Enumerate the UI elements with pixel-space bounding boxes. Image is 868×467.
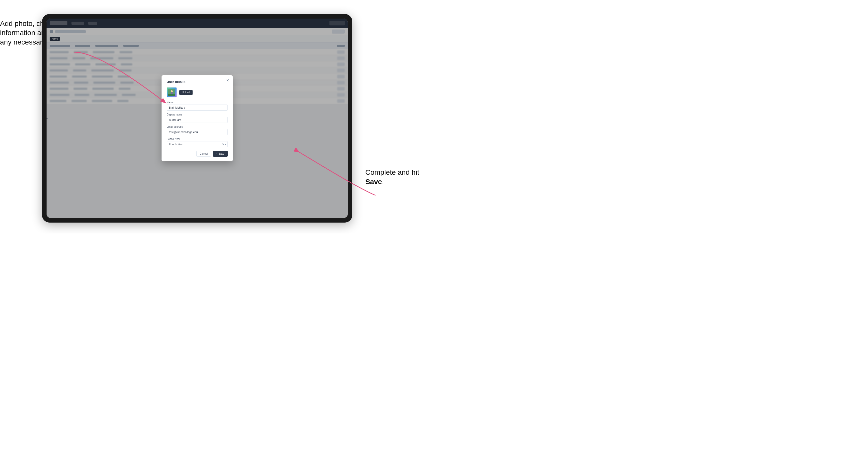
- display-name-label: Display name: [167, 113, 228, 116]
- cancel-button[interactable]: Cancel: [196, 151, 211, 157]
- svg-rect-3: [168, 94, 175, 96]
- select-icons: ✕ ▾: [222, 143, 226, 146]
- annotation-right: Complete and hit Save.: [365, 168, 431, 186]
- user-photo-thumbnail: [167, 87, 177, 97]
- modal-close-button[interactable]: ✕: [226, 79, 229, 83]
- school-year-label: School Year: [167, 137, 228, 141]
- school-year-select-wrapper: First Year Second Year Third Year Fourth…: [167, 141, 228, 147]
- school-year-select[interactable]: First Year Second Year Third Year Fourth…: [167, 141, 228, 147]
- email-form-group: Email address: [167, 125, 228, 135]
- save-label: Save: [219, 152, 224, 155]
- name-input[interactable]: [167, 104, 228, 111]
- name-label: Name: [167, 101, 228, 104]
- email-input[interactable]: [167, 129, 228, 135]
- name-form-group: Name: [167, 101, 228, 111]
- school-year-form-group: School Year First Year Second Year Third…: [167, 137, 228, 147]
- svg-point-1: [171, 90, 173, 92]
- svg-rect-2: [171, 92, 173, 94]
- modal-footer: Cancel ↑ Save: [167, 151, 228, 157]
- tablet-screen: Active: [46, 19, 348, 218]
- save-icon: ↑: [216, 152, 218, 155]
- user-details-modal: User details ✕ Upload: [161, 75, 233, 161]
- photo-section: Upload: [167, 87, 228, 97]
- email-label: Email address: [167, 125, 228, 128]
- save-button[interactable]: ↑ Save: [213, 151, 228, 157]
- clear-icon[interactable]: ✕: [222, 143, 224, 146]
- modal-title: User details: [167, 80, 228, 84]
- chevron-down-icon: ▾: [225, 143, 226, 146]
- display-name-form-group: Display name: [167, 113, 228, 123]
- upload-photo-button[interactable]: Upload: [179, 90, 193, 95]
- modal-overlay: User details ✕ Upload: [46, 19, 348, 218]
- display-name-input[interactable]: [167, 117, 228, 123]
- tablet-device: Active: [42, 14, 352, 223]
